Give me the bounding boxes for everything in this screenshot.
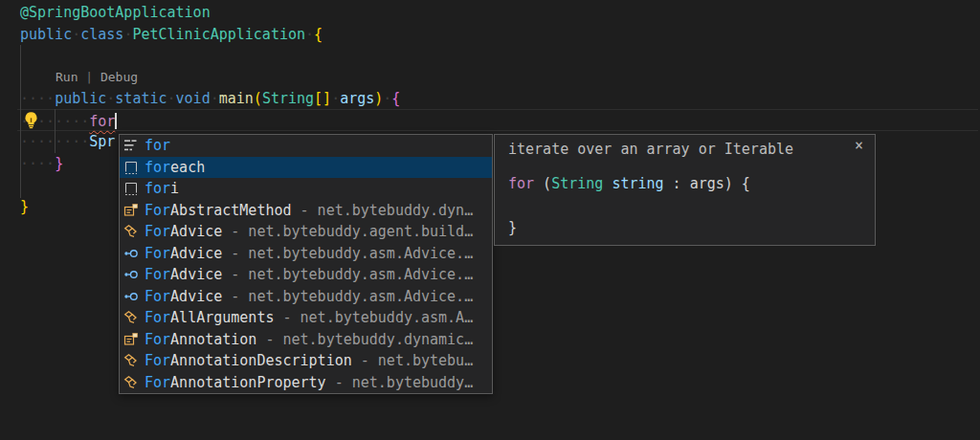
suggestion-item-foradvice[interactable]: ForAdvice - net.bytebuddy.asm.Advice.… bbox=[120, 264, 492, 286]
code-line: public·class·PetClinicApplication·{ bbox=[20, 24, 400, 46]
suggestion-match-text: for bbox=[145, 137, 170, 154]
codelens-debug-link[interactable]: Debug bbox=[100, 70, 138, 84]
code-editor: @SpringBootApplicationpublic·class·PetCl… bbox=[0, 0, 980, 440]
suggestion-item-foradvice[interactable]: ForAdvice - net.bytebuddy.asm.Advice.… bbox=[120, 243, 492, 265]
suggestion-label-text: AbstractMethod bbox=[170, 202, 291, 219]
suggestion-label-text: Advice bbox=[170, 245, 222, 262]
suggestion-label-text: AnnotationProperty bbox=[170, 374, 326, 391]
code-line bbox=[508, 195, 750, 217]
suggestion-preview-code: for (String string : args) {} bbox=[508, 173, 750, 239]
class-symbol-icon bbox=[123, 375, 139, 390]
suggestion-match-text: For bbox=[145, 374, 170, 391]
snippet-symbol-icon bbox=[123, 160, 139, 175]
suggestion-item-for[interactable]: for bbox=[120, 135, 492, 157]
suggestion-detail-text: - net.bytebuddy.asm.Advice.… bbox=[222, 266, 473, 283]
suggestion-item-foradvice[interactable]: ForAdvice - net.bytebuddy.agent.build… bbox=[120, 221, 492, 243]
suggestion-label-text: Annotation bbox=[170, 331, 256, 348]
partial-word-spr: Spr bbox=[89, 133, 115, 150]
suggestion-item-forabstractmethod[interactable]: ForAbstractMethod - net.bytebuddy.dyn… bbox=[120, 200, 492, 222]
code-token: String bbox=[262, 90, 314, 107]
suggestion-match-text: for bbox=[145, 159, 170, 176]
suggestion-match-text: For bbox=[145, 331, 170, 348]
code-token: static bbox=[115, 90, 167, 107]
code-token: ········ bbox=[20, 133, 89, 150]
code-line: } bbox=[508, 217, 750, 239]
class-symbol-icon bbox=[123, 353, 139, 368]
suggestion-detail-text: - net.bytebuddy.dyn… bbox=[292, 202, 474, 219]
code-token: ) bbox=[374, 90, 383, 107]
code-token: { bbox=[391, 90, 400, 107]
annotation-symbol-icon bbox=[123, 332, 139, 347]
code-token: string bbox=[612, 175, 663, 192]
suggestion-item-forannotationdescription[interactable]: ForAnnotationDescription - net.bytebu… bbox=[120, 350, 492, 372]
typed-word-for: for bbox=[89, 113, 115, 130]
suggestion-description: iterate over an array or Iterable bbox=[508, 141, 793, 158]
code-token: [] bbox=[314, 90, 331, 107]
snippet-symbol-icon bbox=[123, 181, 139, 196]
code-token: ···· bbox=[20, 155, 55, 172]
suggestion-match-text: For bbox=[145, 202, 170, 219]
code-token: String bbox=[551, 175, 603, 192]
suggestion-match-text: For bbox=[145, 223, 170, 240]
suggestion-detail-text: - net.bytebuddy.asm.Advice.… bbox=[222, 245, 473, 262]
suggestion-match-text: For bbox=[145, 245, 170, 262]
suggestion-item-foradvice[interactable]: ForAdvice - net.bytebuddy.asm.Advice.… bbox=[120, 286, 492, 308]
suggest-docs-panel: iterate over an array or Iterable × for … bbox=[494, 134, 876, 246]
suggestion-item-forannotationproperty[interactable]: ForAnnotationProperty - net.bytebuddy… bbox=[120, 372, 492, 394]
interface-symbol-icon bbox=[123, 289, 139, 304]
code-token: : args) { bbox=[664, 175, 750, 192]
suggestion-detail-text: - net.bytebuddy.agent.build… bbox=[222, 223, 473, 240]
code-token: ( bbox=[534, 175, 551, 192]
code-token: · bbox=[211, 90, 219, 107]
suggestion-detail-text: - net.bytebuddy… bbox=[326, 374, 474, 391]
annotation-token: @SpringBootApplication bbox=[20, 4, 211, 21]
annotation-symbol-icon bbox=[123, 203, 139, 218]
suggestion-match-text: For bbox=[145, 288, 170, 305]
code-token: } bbox=[55, 155, 63, 172]
code-token: class bbox=[80, 26, 123, 43]
code-token: · bbox=[167, 90, 176, 107]
code-token: ···· bbox=[20, 90, 55, 107]
suggestion-match-text: For bbox=[145, 309, 170, 326]
method-name-token: main bbox=[219, 90, 254, 107]
code-token: for bbox=[508, 175, 534, 192]
suggestion-label-text: Advice bbox=[170, 266, 222, 283]
suggestion-detail-text: - net.bytebuddy.asm.A… bbox=[274, 309, 473, 326]
suggestion-item-foreach[interactable]: foreach bbox=[120, 157, 492, 179]
code-line: @SpringBootApplication bbox=[20, 2, 400, 24]
suggestion-match-text: For bbox=[145, 352, 170, 369]
suggestion-label-text: i bbox=[170, 180, 179, 197]
text-caret bbox=[115, 113, 117, 129]
interface-symbol-icon bbox=[123, 267, 139, 282]
codelens-line: Run | Debug bbox=[20, 67, 400, 89]
suggestion-detail-text: - net.bytebuddy.asm.Advice.… bbox=[222, 288, 473, 305]
suggestion-label-text: Advice bbox=[170, 223, 222, 240]
code-line: ····public·static·void·main(String[]·arg… bbox=[20, 88, 400, 110]
suggestion-item-forallarguments[interactable]: ForAllArguments - net.bytebuddy.asm.A… bbox=[120, 307, 492, 329]
code-token: | bbox=[78, 70, 100, 84]
codelens-run-link[interactable]: Run bbox=[56, 70, 78, 84]
code-token: · bbox=[72, 26, 80, 43]
close-icon[interactable]: × bbox=[855, 137, 863, 154]
class-symbol-icon bbox=[123, 310, 139, 325]
suggestion-label-text: AllArguments bbox=[170, 309, 274, 326]
suggestion-label-text: AnnotationDescription bbox=[170, 352, 352, 369]
code-token: public bbox=[20, 26, 72, 43]
code-token: { bbox=[314, 26, 323, 43]
suggest-widget: forforeachforiForAbstractMethod - net.by… bbox=[119, 134, 493, 394]
keyword-symbol-icon bbox=[123, 138, 139, 153]
class-name-token: PetClinicApplication bbox=[132, 26, 305, 43]
code-token: · bbox=[305, 26, 314, 43]
suggestion-item-forannotation[interactable]: ForAnnotation - net.bytebuddy.dynamic… bbox=[120, 329, 492, 351]
suggestion-detail-text: - net.bytebu… bbox=[352, 352, 473, 369]
suggestion-item-fori[interactable]: fori bbox=[120, 178, 492, 200]
lightbulb-quickfix-icon[interactable] bbox=[22, 111, 40, 129]
code-token: void bbox=[176, 90, 211, 107]
code-token: } bbox=[508, 219, 517, 236]
code-token: · bbox=[106, 90, 115, 107]
suggestion-label-text: Advice bbox=[170, 288, 222, 305]
code-token: args bbox=[340, 90, 374, 107]
code-token: ( bbox=[254, 90, 262, 107]
class-symbol-icon bbox=[123, 224, 139, 239]
code-line: for (String string : args) { bbox=[508, 173, 750, 195]
